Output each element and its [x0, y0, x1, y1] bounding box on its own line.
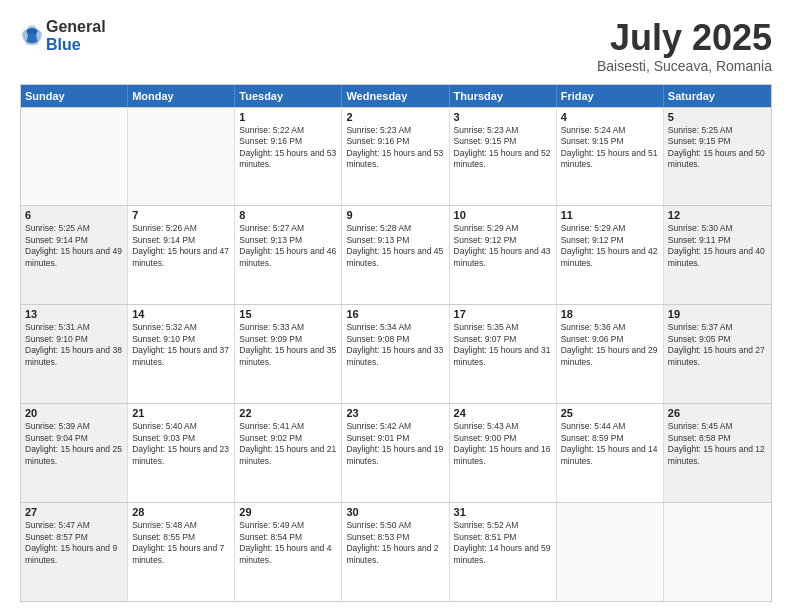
cell-sun-info: Sunrise: 5:29 AM Sunset: 9:12 PM Dayligh… [454, 223, 552, 269]
table-row: 29Sunrise: 5:49 AM Sunset: 8:54 PM Dayli… [235, 503, 342, 601]
day-number: 28 [132, 506, 230, 518]
table-row [21, 108, 128, 206]
logo-blue: Blue [46, 36, 106, 54]
day-number: 16 [346, 308, 444, 320]
header-day-thursday: Thursday [450, 85, 557, 107]
cell-sun-info: Sunrise: 5:42 AM Sunset: 9:01 PM Dayligh… [346, 421, 444, 467]
table-row: 7Sunrise: 5:26 AM Sunset: 9:14 PM Daylig… [128, 206, 235, 304]
day-number: 10 [454, 209, 552, 221]
header-day-wednesday: Wednesday [342, 85, 449, 107]
cell-sun-info: Sunrise: 5:25 AM Sunset: 9:14 PM Dayligh… [25, 223, 123, 269]
day-number: 9 [346, 209, 444, 221]
header-day-saturday: Saturday [664, 85, 771, 107]
day-number: 24 [454, 407, 552, 419]
cell-sun-info: Sunrise: 5:22 AM Sunset: 9:16 PM Dayligh… [239, 125, 337, 171]
header-day-sunday: Sunday [21, 85, 128, 107]
calendar-week-4: 20Sunrise: 5:39 AM Sunset: 9:04 PM Dayli… [21, 403, 771, 502]
day-number: 13 [25, 308, 123, 320]
header: General Blue July 2025 Baisesti, Suceava… [20, 18, 772, 74]
calendar-week-5: 27Sunrise: 5:47 AM Sunset: 8:57 PM Dayli… [21, 502, 771, 601]
cell-sun-info: Sunrise: 5:31 AM Sunset: 9:10 PM Dayligh… [25, 322, 123, 368]
table-row: 31Sunrise: 5:52 AM Sunset: 8:51 PM Dayli… [450, 503, 557, 601]
calendar-week-1: 1Sunrise: 5:22 AM Sunset: 9:16 PM Daylig… [21, 107, 771, 206]
day-number: 7 [132, 209, 230, 221]
day-number: 22 [239, 407, 337, 419]
day-number: 29 [239, 506, 337, 518]
table-row: 21Sunrise: 5:40 AM Sunset: 9:03 PM Dayli… [128, 404, 235, 502]
logo: General Blue [20, 18, 106, 53]
cell-sun-info: Sunrise: 5:33 AM Sunset: 9:09 PM Dayligh… [239, 322, 337, 368]
title-block: July 2025 Baisesti, Suceava, Romania [597, 18, 772, 74]
cell-sun-info: Sunrise: 5:50 AM Sunset: 8:53 PM Dayligh… [346, 520, 444, 566]
table-row [664, 503, 771, 601]
cell-sun-info: Sunrise: 5:44 AM Sunset: 8:59 PM Dayligh… [561, 421, 659, 467]
header-day-monday: Monday [128, 85, 235, 107]
table-row: 25Sunrise: 5:44 AM Sunset: 8:59 PM Dayli… [557, 404, 664, 502]
cell-sun-info: Sunrise: 5:36 AM Sunset: 9:06 PM Dayligh… [561, 322, 659, 368]
cell-sun-info: Sunrise: 5:24 AM Sunset: 9:15 PM Dayligh… [561, 125, 659, 171]
page: General Blue July 2025 Baisesti, Suceava… [0, 0, 792, 612]
table-row: 9Sunrise: 5:28 AM Sunset: 9:13 PM Daylig… [342, 206, 449, 304]
day-number: 1 [239, 111, 337, 123]
cell-sun-info: Sunrise: 5:49 AM Sunset: 8:54 PM Dayligh… [239, 520, 337, 566]
cell-sun-info: Sunrise: 5:35 AM Sunset: 9:07 PM Dayligh… [454, 322, 552, 368]
day-number: 26 [668, 407, 767, 419]
table-row: 11Sunrise: 5:29 AM Sunset: 9:12 PM Dayli… [557, 206, 664, 304]
day-number: 20 [25, 407, 123, 419]
table-row: 4Sunrise: 5:24 AM Sunset: 9:15 PM Daylig… [557, 108, 664, 206]
calendar-body: 1Sunrise: 5:22 AM Sunset: 9:16 PM Daylig… [21, 107, 771, 601]
day-number: 17 [454, 308, 552, 320]
cell-sun-info: Sunrise: 5:34 AM Sunset: 9:08 PM Dayligh… [346, 322, 444, 368]
cell-sun-info: Sunrise: 5:41 AM Sunset: 9:02 PM Dayligh… [239, 421, 337, 467]
location-subtitle: Baisesti, Suceava, Romania [597, 58, 772, 74]
table-row: 15Sunrise: 5:33 AM Sunset: 9:09 PM Dayli… [235, 305, 342, 403]
cell-sun-info: Sunrise: 5:45 AM Sunset: 8:58 PM Dayligh… [668, 421, 767, 467]
table-row [557, 503, 664, 601]
table-row: 23Sunrise: 5:42 AM Sunset: 9:01 PM Dayli… [342, 404, 449, 502]
day-number: 30 [346, 506, 444, 518]
header-day-tuesday: Tuesday [235, 85, 342, 107]
month-title: July 2025 [597, 18, 772, 58]
cell-sun-info: Sunrise: 5:27 AM Sunset: 9:13 PM Dayligh… [239, 223, 337, 269]
table-row: 6Sunrise: 5:25 AM Sunset: 9:14 PM Daylig… [21, 206, 128, 304]
logo-text: General Blue [46, 18, 106, 53]
cell-sun-info: Sunrise: 5:23 AM Sunset: 9:16 PM Dayligh… [346, 125, 444, 171]
cell-sun-info: Sunrise: 5:26 AM Sunset: 9:14 PM Dayligh… [132, 223, 230, 269]
table-row: 1Sunrise: 5:22 AM Sunset: 9:16 PM Daylig… [235, 108, 342, 206]
day-number: 5 [668, 111, 767, 123]
calendar: SundayMondayTuesdayWednesdayThursdayFrid… [20, 84, 772, 602]
logo-icon [20, 24, 44, 48]
table-row: 5Sunrise: 5:25 AM Sunset: 9:15 PM Daylig… [664, 108, 771, 206]
day-number: 4 [561, 111, 659, 123]
table-row: 18Sunrise: 5:36 AM Sunset: 9:06 PM Dayli… [557, 305, 664, 403]
day-number: 21 [132, 407, 230, 419]
cell-sun-info: Sunrise: 5:47 AM Sunset: 8:57 PM Dayligh… [25, 520, 123, 566]
day-number: 8 [239, 209, 337, 221]
day-number: 15 [239, 308, 337, 320]
table-row: 16Sunrise: 5:34 AM Sunset: 9:08 PM Dayli… [342, 305, 449, 403]
day-number: 2 [346, 111, 444, 123]
cell-sun-info: Sunrise: 5:25 AM Sunset: 9:15 PM Dayligh… [668, 125, 767, 171]
table-row: 12Sunrise: 5:30 AM Sunset: 9:11 PM Dayli… [664, 206, 771, 304]
table-row: 20Sunrise: 5:39 AM Sunset: 9:04 PM Dayli… [21, 404, 128, 502]
cell-sun-info: Sunrise: 5:23 AM Sunset: 9:15 PM Dayligh… [454, 125, 552, 171]
table-row: 8Sunrise: 5:27 AM Sunset: 9:13 PM Daylig… [235, 206, 342, 304]
table-row: 14Sunrise: 5:32 AM Sunset: 9:10 PM Dayli… [128, 305, 235, 403]
table-row: 27Sunrise: 5:47 AM Sunset: 8:57 PM Dayli… [21, 503, 128, 601]
table-row: 10Sunrise: 5:29 AM Sunset: 9:12 PM Dayli… [450, 206, 557, 304]
day-number: 14 [132, 308, 230, 320]
day-number: 23 [346, 407, 444, 419]
logo-general: General [46, 18, 106, 36]
cell-sun-info: Sunrise: 5:40 AM Sunset: 9:03 PM Dayligh… [132, 421, 230, 467]
table-row [128, 108, 235, 206]
table-row: 30Sunrise: 5:50 AM Sunset: 8:53 PM Dayli… [342, 503, 449, 601]
table-row: 26Sunrise: 5:45 AM Sunset: 8:58 PM Dayli… [664, 404, 771, 502]
cell-sun-info: Sunrise: 5:29 AM Sunset: 9:12 PM Dayligh… [561, 223, 659, 269]
calendar-week-2: 6Sunrise: 5:25 AM Sunset: 9:14 PM Daylig… [21, 205, 771, 304]
header-day-friday: Friday [557, 85, 664, 107]
cell-sun-info: Sunrise: 5:43 AM Sunset: 9:00 PM Dayligh… [454, 421, 552, 467]
day-number: 12 [668, 209, 767, 221]
cell-sun-info: Sunrise: 5:39 AM Sunset: 9:04 PM Dayligh… [25, 421, 123, 467]
cell-sun-info: Sunrise: 5:37 AM Sunset: 9:05 PM Dayligh… [668, 322, 767, 368]
day-number: 18 [561, 308, 659, 320]
